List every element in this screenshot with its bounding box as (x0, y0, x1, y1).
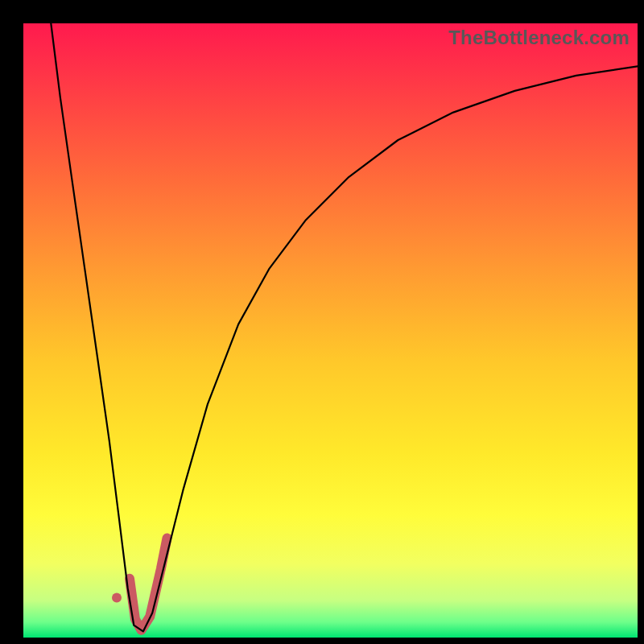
optimum-marker-tick (130, 538, 167, 630)
chart-plot-area: TheBottleneck.com (23, 23, 638, 638)
chart-frame: TheBottleneck.com (0, 0, 644, 644)
optimum-marker-dot (112, 592, 122, 602)
bottleneck-curve (51, 23, 638, 631)
curve-layer (23, 23, 638, 638)
